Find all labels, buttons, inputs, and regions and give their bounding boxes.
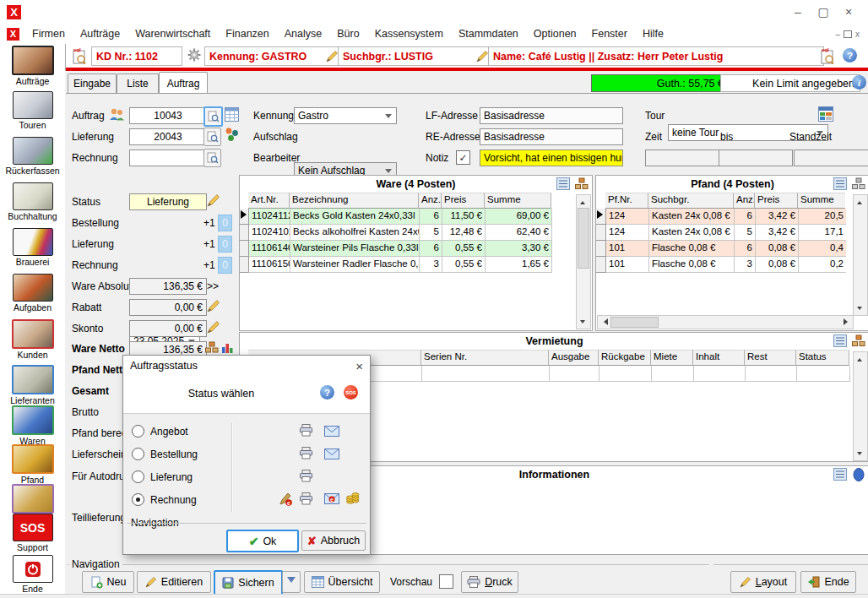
row-selector[interactable] bbox=[596, 241, 606, 257]
ware-absolut-more[interactable]: >> bbox=[207, 280, 219, 292]
tab-liste[interactable]: Liste bbox=[117, 73, 159, 93]
vorschau-checkbox[interactable] bbox=[439, 574, 453, 589]
auftrag-number-field[interactable]: 10043 bbox=[129, 107, 207, 124]
e-sign-icon[interactable]: e bbox=[279, 492, 293, 506]
tab-auftrag[interactable]: Auftrag bbox=[159, 72, 208, 94]
menu-auftraege[interactable]: Aufträge bbox=[73, 28, 127, 40]
ware-vertical-scrollbar[interactable] bbox=[576, 194, 591, 329]
menu-warenwirtschaft[interactable]: Warenwirtschaft bbox=[127, 28, 218, 40]
row-selector[interactable] bbox=[240, 241, 249, 257]
ware-col-artnr[interactable]: Art.Nr. bbox=[248, 193, 290, 209]
menu-finanzen[interactable]: Finanzen bbox=[218, 28, 276, 40]
vermietung-col-rest[interactable]: Rest bbox=[745, 350, 796, 366]
sidebar-item-brauerei[interactable]: Brauerei bbox=[0, 228, 65, 267]
list-icon[interactable] bbox=[833, 177, 847, 190]
sidebar-item-buchhaltung[interactable]: Buchhaltung bbox=[0, 182, 65, 221]
print-icon[interactable] bbox=[299, 492, 313, 505]
menu-analyse[interactable]: Analyse bbox=[277, 28, 329, 40]
radio-lieferung[interactable]: Lieferung bbox=[132, 470, 193, 483]
row-selector[interactable] bbox=[596, 209, 606, 225]
lieferung-number-field[interactable]: 20043 bbox=[129, 128, 207, 145]
gear-icon[interactable] bbox=[187, 48, 201, 62]
sichern-dropdown-button[interactable] bbox=[282, 571, 301, 593]
radio-bestellung[interactable]: Bestellung bbox=[132, 448, 198, 460]
minimize-icon[interactable]: – bbox=[785, 5, 811, 19]
ware-col-anz[interactable]: Anz. bbox=[419, 193, 442, 209]
list-icon[interactable] bbox=[833, 334, 847, 347]
row-selector[interactable] bbox=[240, 257, 249, 273]
sidebar-item-ende[interactable]: Ende bbox=[0, 555, 65, 594]
sidebar-item-rueckerfassen[interactable]: Rückerfassen bbox=[0, 137, 65, 176]
auftrag-search-button[interactable] bbox=[203, 106, 223, 127]
ware-col-bezeichnung[interactable]: Bezeichnung bbox=[290, 193, 419, 209]
pencil-icon[interactable] bbox=[326, 50, 339, 63]
table-row[interactable]: 11106140 Warsteiner Pils Flasche 0,33l 6… bbox=[240, 241, 592, 257]
bar-chart-icon[interactable] bbox=[221, 341, 234, 354]
sidebar-item-lieferanten[interactable]: Lieferanten bbox=[0, 365, 65, 405]
sql-document-icon[interactable]: sql bbox=[71, 46, 88, 65]
table-row[interactable]: 11024112 Becks Gold Kasten 24x0,33l 6 11… bbox=[240, 209, 592, 225]
table-row[interactable]: 11024102 Becks alkoholfrei Kasten 24x0,3… bbox=[240, 225, 592, 241]
route-dots-icon[interactable] bbox=[225, 128, 239, 142]
ware-col-summe[interactable]: Summe bbox=[485, 193, 551, 209]
sidebar-item-waren[interactable]: Waren bbox=[0, 405, 65, 446]
sidebar-item-pfand[interactable]: Pfand bbox=[0, 444, 65, 485]
ende-button[interactable]: Ende bbox=[800, 571, 856, 593]
sidebar-item-auftraege[interactable]: Aufträge bbox=[0, 46, 65, 86]
menu-stammdaten[interactable]: Stammdaten bbox=[451, 28, 526, 40]
dialog-close-icon[interactable]: × bbox=[355, 359, 363, 373]
bestellung-zero-button[interactable]: 0 bbox=[218, 215, 232, 231]
dialog-title-bar[interactable]: Auftragsstatus × bbox=[123, 356, 370, 376]
table-row[interactable]: 101 Flasche 0,08 € 6 0,08 € 0,4 bbox=[596, 241, 868, 257]
ware-col-preis[interactable]: Preis bbox=[442, 193, 485, 209]
mail-icon[interactable] bbox=[324, 426, 339, 437]
sichern-button[interactable]: Sichern bbox=[214, 570, 283, 595]
sql-document-icon[interactable]: sql bbox=[819, 46, 836, 65]
radio-angebot[interactable]: Angebot bbox=[132, 425, 188, 438]
mdi-minimize-icon[interactable]: – bbox=[835, 30, 840, 39]
rechnung-number-field[interactable] bbox=[129, 150, 207, 166]
sos-icon[interactable]: SOS bbox=[344, 385, 358, 400]
vermietung-col-status[interactable]: Status bbox=[796, 350, 849, 366]
rechnung-search-button[interactable] bbox=[203, 149, 221, 167]
pfand-col-anz[interactable]: Anz. bbox=[734, 193, 755, 209]
info-icon[interactable]: i bbox=[852, 75, 866, 90]
pencil-icon[interactable] bbox=[207, 320, 220, 334]
menu-firmen[interactable]: Firmen bbox=[24, 28, 73, 40]
vermietung-vertical-scrollbar[interactable] bbox=[853, 351, 868, 461]
neu-button[interactable]: Neu bbox=[82, 571, 134, 593]
menu-hilfe[interactable]: Hilfe bbox=[635, 28, 671, 40]
re-adresse-field[interactable]: Basisadresse bbox=[480, 128, 623, 145]
pencil-icon[interactable] bbox=[207, 299, 220, 313]
suchbgr-field[interactable]: Suchbgr.: LUSTIG bbox=[338, 46, 493, 66]
maximize-icon[interactable]: ▢ bbox=[811, 5, 836, 19]
customer-name-field[interactable]: Name: Café Lustig || Zusatz: Herr Peter … bbox=[488, 46, 824, 66]
bestellung-plus1[interactable]: +1 bbox=[203, 217, 215, 229]
pfand-vertical-scrollbar[interactable] bbox=[853, 194, 868, 316]
table-row[interactable]: 101 Flasche 0,08 € 3 0,08 € 0,2 bbox=[596, 257, 868, 273]
mail-icon[interactable] bbox=[324, 448, 339, 459]
lieferung-search-button[interactable] bbox=[203, 128, 221, 146]
abbruch-button[interactable]: ✘ Abbruch bbox=[301, 530, 366, 551]
row-selector[interactable] bbox=[240, 225, 249, 241]
ok-button[interactable]: ✔ Ok bbox=[226, 530, 299, 552]
kd-nr-field[interactable]: KD Nr.: 1102 bbox=[91, 46, 182, 66]
close-icon[interactable]: × bbox=[836, 5, 861, 19]
menu-kassensystem[interactable]: Kassensystem bbox=[367, 28, 451, 40]
vermietung-col-serien[interactable]: Serien Nr. bbox=[421, 350, 549, 366]
help-icon[interactable]: ? bbox=[843, 48, 857, 63]
notiz-field[interactable]: Vorsicht, hat einen bissigen hund bbox=[480, 150, 623, 166]
tour-plan-icon[interactable] bbox=[818, 106, 833, 122]
sidebar-item-support[interactable]: SOS Support bbox=[0, 514, 65, 552]
druck-button[interactable]: Druck bbox=[461, 571, 518, 593]
lf-adresse-field[interactable]: Basisadresse bbox=[480, 107, 623, 124]
row-selector[interactable] bbox=[240, 209, 249, 225]
print-icon[interactable] bbox=[299, 470, 313, 482]
sidebar-item-aufgaben[interactable]: Aufgaben bbox=[0, 274, 65, 313]
mdi-close-icon[interactable]: x bbox=[855, 30, 860, 39]
vermietung-col-miete[interactable]: Miete bbox=[651, 350, 693, 366]
kennung-field[interactable]: Kennung: GASTRO bbox=[204, 46, 343, 66]
vermietung-col-inhalt[interactable]: Inhalt bbox=[693, 350, 745, 366]
menu-buero[interactable]: Büro bbox=[329, 28, 366, 40]
people-icon[interactable] bbox=[108, 107, 125, 122]
